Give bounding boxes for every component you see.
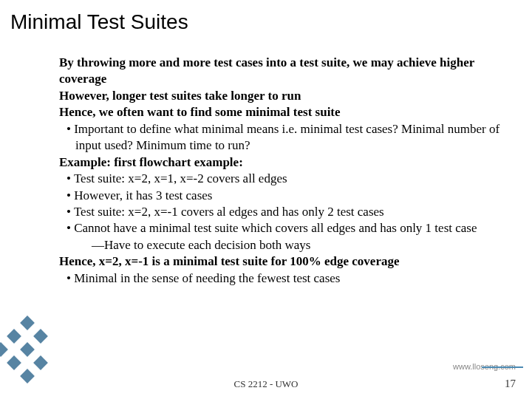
svg-rect-1 (33, 329, 48, 344)
para-2: However, longer test suites take longer … (59, 88, 523, 104)
bullet-4: Test suite: x=2, x=-1 covers al edges an… (59, 204, 523, 220)
bullet-6: Minimal in the sense of needing the fewe… (59, 270, 523, 287)
slide-title: Minimal Test Suites (0, 0, 532, 34)
accent-line-icon (482, 366, 523, 368)
para-1: By throwing more and more test cases int… (59, 55, 523, 88)
bullet-3: However, it has 3 test cases (59, 188, 523, 204)
footer-page-number: 17 (505, 378, 516, 390)
para-5: Hence, x=2, x=-1 is a minimal test suite… (59, 253, 523, 270)
svg-rect-2 (7, 329, 21, 344)
bullet-5-sub: —Have to execute each decision both ways (59, 237, 523, 253)
bullet-2: Test suite: x=2, x=1, x=-2 covers all ed… (59, 171, 523, 187)
svg-rect-0 (20, 316, 35, 330)
bullet-5: Cannot have a minimal test suite which c… (59, 220, 523, 236)
para-3: Hence, we often want to find some minima… (59, 104, 523, 120)
svg-rect-4 (0, 342, 8, 357)
svg-rect-6 (33, 355, 48, 370)
para-4: Example: first flowchart example: (59, 154, 523, 171)
slide-body: By throwing more and more test cases int… (59, 55, 523, 287)
footer-course: CS 2212 - UWO (0, 378, 532, 390)
svg-rect-5 (7, 355, 21, 370)
bullet-1: Important to define what minimal means i… (59, 121, 523, 154)
svg-rect-3 (20, 342, 35, 357)
